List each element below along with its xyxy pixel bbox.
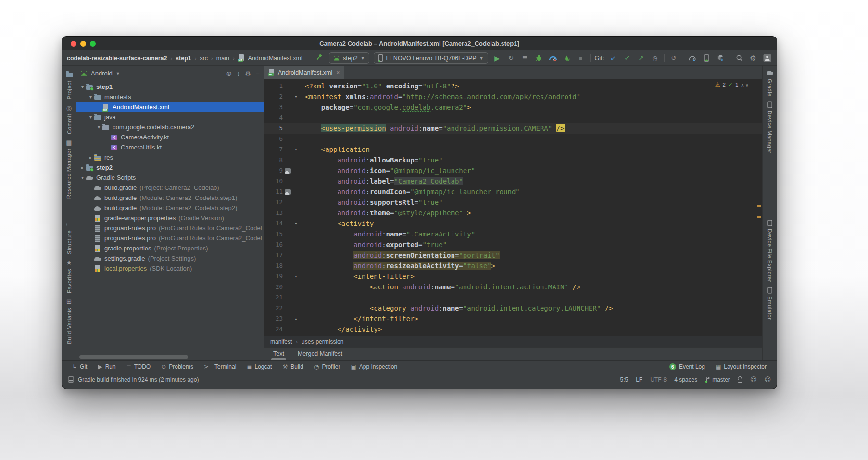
tree-item[interactable]: ▸step2 — [76, 162, 264, 173]
close-window-button[interactable] — [71, 41, 76, 47]
git-commit-icon[interactable]: ✓ — [622, 53, 632, 63]
project-view-mode[interactable]: Android — [91, 70, 113, 77]
tree-chevron-icon[interactable]: ▾ — [79, 84, 86, 89]
tree-item[interactable]: ▾manifests — [76, 92, 264, 102]
tree-item[interactable]: proguard-rules.pro(ProGuard Rules for Ca… — [76, 223, 264, 233]
run-button[interactable]: ▶ — [492, 53, 502, 63]
code-line[interactable]: 6 — [264, 134, 762, 144]
code-line[interactable]: 17 android:screenOrientation="portrait" — [264, 250, 762, 261]
fold-marker-icon[interactable]: ▾ — [292, 271, 300, 282]
history-clock-icon[interactable]: ◷ — [650, 53, 660, 63]
tree-item[interactable]: ▾step1 — [76, 82, 264, 92]
tool-window-gradle[interactable]: Gradle — [766, 69, 774, 97]
tree-item[interactable]: gradle.properties(Project Properties) — [76, 243, 264, 253]
tree-chevron-icon[interactable]: ▾ — [88, 114, 94, 120]
settings-gear-icon[interactable]: ⚙ — [748, 53, 758, 63]
tree-chevron-icon[interactable]: ▾ — [79, 175, 86, 180]
tree-chevron-icon[interactable]: ▾ — [96, 124, 102, 130]
status-message[interactable]: Gradle build finished in 924 ms (2 minut… — [78, 376, 199, 383]
tree-item[interactable]: gradle-wrapper.properties(Gradle Version… — [76, 213, 264, 223]
breadcrumb-project[interactable]: codelab-resizable-surface-camera2 — [67, 55, 167, 62]
tool-window-commit[interactable]: ◎ Commit — [66, 104, 72, 134]
toolwindow-button-event-log[interactable]: 6Event Log — [664, 363, 710, 370]
tree-item[interactable]: ▾com.google.codelab.camera2 — [76, 122, 264, 132]
minimize-window-button[interactable] — [80, 41, 86, 47]
tool-window-device-manager[interactable]: Device Manager — [767, 101, 773, 153]
breadcrumb-uses-permission[interactable]: uses-permission — [302, 338, 343, 345]
file-encoding[interactable]: UTF-8 — [650, 376, 667, 383]
tree-item[interactable]: ▾java — [76, 112, 264, 122]
horizontal-scrollbar[interactable] — [79, 355, 188, 359]
run-configuration-select[interactable]: step2 ▼ — [329, 52, 369, 64]
toolwindow-button-layout-inspector[interactable]: ▦Layout Inspector — [710, 363, 772, 370]
git-push-icon[interactable]: ↗ — [636, 53, 646, 63]
fold-end-marker-icon[interactable]: ▴ — [292, 313, 300, 324]
fold-marker-icon[interactable]: ▾ — [292, 91, 300, 102]
tree-item[interactable]: KCameraActivity.kt — [76, 132, 264, 142]
sad-face-icon[interactable]: ☹ — [764, 376, 771, 383]
toolwindow-button-build[interactable]: ⚒Build — [277, 361, 308, 373]
code-line[interactable]: 12 android:supportsRtl="true" — [264, 197, 762, 208]
line-separator[interactable]: LF — [636, 376, 642, 383]
toolwindow-toggle-icon[interactable] — [68, 376, 74, 383]
close-tab-icon[interactable]: × — [336, 69, 340, 76]
apply-code-changes-icon[interactable]: ≣ — [520, 53, 530, 63]
happy-face-icon[interactable]: ☺ — [750, 376, 757, 383]
sdk-manager-icon[interactable] — [716, 53, 725, 63]
code-line[interactable]: 16 android:exported="true" — [264, 239, 762, 250]
device-select[interactable]: LENOVO Lenovo TB-Q706F-DPP ▼ — [374, 52, 488, 64]
fold-marker-icon[interactable]: ▾ — [292, 144, 300, 155]
code-line[interactable]: 13 android:theme="@style/AppTheme" > — [264, 208, 762, 218]
inspections-widget[interactable]: ⚠ 2 ✓ 1 ∧∨ — [715, 81, 750, 88]
breadcrumb-file[interactable]: AndroidManifest.xml — [248, 55, 302, 62]
tool-window-emulator[interactable]: Emulator — [767, 287, 773, 320]
panel-settings-gear-icon[interactable]: ⚙ — [245, 70, 251, 77]
tree-item[interactable]: local.properties(SDK Location) — [76, 263, 264, 274]
code-line[interactable]: 21 — [264, 292, 762, 303]
code-line[interactable]: 18 android:resizeableActivity="false"> — [264, 261, 762, 271]
tool-window-project[interactable]: Project — [65, 71, 73, 99]
tree-item[interactable]: AndroidManifest.xml — [76, 102, 264, 112]
code-line[interactable]: 9 android:icon="@mipmap/ic_launcher" — [264, 165, 762, 176]
code-line[interactable]: 19▾ <intent-filter> — [264, 271, 762, 282]
code-line[interactable]: 14▾ <activity — [264, 218, 762, 229]
toolwindow-button-git[interactable]: ↳Git — [67, 361, 92, 373]
code-line[interactable]: 3 package="com.google.codelab.camera2"> — [264, 102, 762, 112]
expand-collapse-icon[interactable]: ↕ — [237, 70, 240, 77]
tree-item[interactable]: build.gradle(Module: Camera2_Codelab.ste… — [76, 203, 264, 213]
unlock-icon[interactable] — [738, 379, 742, 383]
code-line[interactable]: 23▴ </intent-filter> — [264, 313, 762, 324]
code-line[interactable]: 15 android:name=".CameraActivity" — [264, 229, 762, 239]
code-line[interactable]: 22 <category android:name="android.inten… — [264, 303, 762, 313]
tree-chevron-icon[interactable]: ▸ — [88, 155, 94, 160]
indent-setting[interactable]: 4 spaces — [674, 376, 697, 383]
tree-item[interactable]: KCameraUtils.kt — [76, 142, 264, 152]
git-branch-widget[interactable]: master — [705, 376, 730, 383]
code-line[interactable]: 7▾ <application — [264, 144, 762, 155]
gradle-sync-icon[interactable] — [688, 53, 697, 63]
caret-position[interactable]: 5:5 — [620, 376, 628, 383]
maximize-window-button[interactable] — [90, 41, 96, 47]
profiler-gauge-icon[interactable] — [548, 53, 558, 63]
tab-merged-manifest[interactable]: Merged Manifest — [292, 348, 348, 360]
tree-item[interactable]: proguard-rules.pro(ProGuard Rules for Ca… — [76, 233, 264, 243]
toolwindow-button-terminal[interactable]: >_Terminal — [199, 361, 241, 373]
editor-tab[interactable]: AndroidManifest.xml × — [264, 66, 344, 79]
search-everywhere-icon[interactable] — [734, 53, 744, 63]
tree-chevron-icon[interactable]: ▸ — [79, 165, 86, 170]
code-line[interactable]: 24 </activity> — [264, 324, 762, 335]
breadcrumb-main[interactable]: main — [216, 55, 229, 62]
code-line[interactable]: 5 <uses-permission android:name="android… — [264, 123, 762, 134]
toolwindow-button-app-inspection[interactable]: ▣App Inspection — [345, 361, 403, 373]
apply-changes-icon[interactable]: ↻ — [506, 53, 516, 63]
tree-item[interactable]: build.gradle(Project: Camera2_Codelab) — [76, 183, 264, 193]
breadcrumb-src[interactable]: src — [200, 55, 208, 62]
git-update-icon[interactable]: ↙ — [608, 53, 618, 63]
code-line[interactable]: 1<?xml version="1.0" encoding="utf-8"?> — [264, 81, 762, 91]
error-stripe-mark[interactable] — [757, 205, 761, 207]
tree-item[interactable]: build.gradle(Module: Camera2_Codelab.ste… — [76, 193, 264, 203]
debug-bug-icon[interactable] — [534, 53, 544, 63]
toolwindow-button-profiler[interactable]: ◔Profiler — [309, 361, 346, 373]
toolwindow-button-problems[interactable]: ⊙Problems — [156, 361, 199, 373]
toolwindow-button-logcat[interactable]: ≣Logcat — [241, 361, 277, 373]
